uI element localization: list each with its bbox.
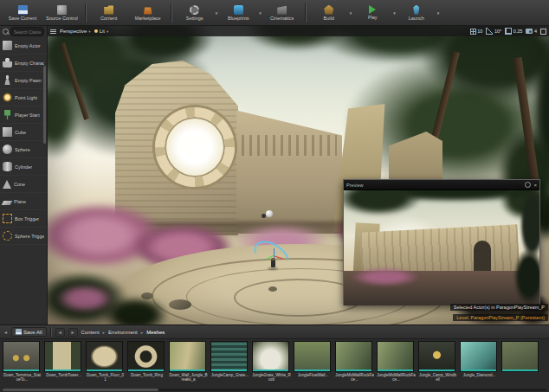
sphere-icon xyxy=(3,145,12,154)
place-actors-panel: Empty Actor Empty Character Empty Pawn P… xyxy=(0,26,48,325)
place-item-box-trigger[interactable]: Box Trigger xyxy=(0,210,47,228)
history-forward-button[interactable]: ► xyxy=(68,328,78,337)
toolbar-source-control-button[interactable]: Source Control xyxy=(42,0,81,26)
asset-thumbnail xyxy=(127,341,165,372)
place-item-empty-actor[interactable]: Empty Actor xyxy=(0,37,47,55)
lit-dropdown[interactable]: Lit ▾ xyxy=(94,29,109,34)
perspective-dropdown[interactable]: Perspective ▾ xyxy=(60,29,91,34)
asset-tile[interactable]: Down_Terminus_StatueTo... xyxy=(3,341,42,389)
chevron-down-icon[interactable]: ▾ xyxy=(349,10,353,16)
toolbar-blueprints-button[interactable]: Blueprints xyxy=(219,0,257,26)
level-viewport[interactable]: Perspective ▾ Lit ▾ 10 10° 0.25 xyxy=(48,26,549,325)
asset-type-stripe xyxy=(45,370,81,371)
search-icon xyxy=(3,29,9,35)
asset-tile[interactable]: Down_Tomb_Floor_01 xyxy=(86,341,125,389)
asset-thumbnail xyxy=(252,341,289,372)
scale-snap-control[interactable]: 0.25 xyxy=(505,28,522,35)
viewport-options-menu-icon[interactable] xyxy=(50,29,56,34)
toolbar-play-button[interactable]: Play xyxy=(353,0,391,26)
cube-icon xyxy=(3,127,12,137)
move-snap-control[interactable]: 10 xyxy=(470,29,483,35)
camera-speed-control[interactable]: 4 xyxy=(526,29,537,34)
toolbar-marketplace-button[interactable]: Marketplace xyxy=(129,0,167,26)
asset-type-stripe xyxy=(502,370,538,371)
place-item-sphere[interactable]: Sphere xyxy=(0,141,47,158)
asset-tile[interactable]: JungleMidWallRockFace... xyxy=(335,341,374,389)
content-browser-nav: ◄ Save All ◄ ► Content ▸ Environment ▸ M… xyxy=(0,325,549,339)
breadcrumb-meshes[interactable]: Meshes xyxy=(146,330,165,335)
history-back-button[interactable]: ◄ xyxy=(55,328,65,337)
place-item-empty-character[interactable]: Empty Character xyxy=(0,55,47,72)
asset-type-stripe xyxy=(294,370,330,371)
toolbar-build-button[interactable]: Build xyxy=(310,0,348,26)
toolbar-save-current-button[interactable]: Save Current xyxy=(3,0,42,26)
rotation-snap-control[interactable]: 10° xyxy=(486,28,501,35)
empty-pawn-icon xyxy=(3,75,12,85)
place-item-cone[interactable]: Cone xyxy=(0,176,47,193)
toolbar-launch-button[interactable]: Launch xyxy=(397,0,436,26)
asset-type-stripe xyxy=(378,370,413,371)
asset-tile[interactable]: Jungle_Diamond... xyxy=(460,341,499,389)
toolbar-cinematics-button[interactable]: Cinematics xyxy=(263,0,301,26)
box-trigger-icon xyxy=(3,214,12,223)
place-item-plane[interactable]: Plane xyxy=(0,193,47,210)
marketplace-icon xyxy=(143,5,152,15)
viewport-toolbar: Perspective ▾ Lit ▾ 10 10° 0.25 xyxy=(48,26,549,36)
asset-thumbnail xyxy=(210,341,248,372)
asset-tile[interactable]: Down_Wall_Jungle_Breaks_a xyxy=(169,341,208,389)
asset-tile[interactable]: Down_TombTower... xyxy=(44,341,83,389)
toolbar-content-button[interactable]: Content xyxy=(90,0,128,26)
toolbar-separator xyxy=(305,3,307,22)
asset-tile[interactable]: JungleGrate_White_Rock xyxy=(252,341,291,389)
asset-thumbnail xyxy=(335,341,372,372)
place-actors-search-row xyxy=(0,26,47,37)
asset-thumbnail xyxy=(418,341,455,372)
main-toolbar: Save Current Source Control Content Mark… xyxy=(0,0,549,26)
preview-title: Preview xyxy=(346,183,364,188)
scrollbar-thumb[interactable] xyxy=(3,389,158,391)
asset-type-stripe xyxy=(170,370,205,371)
angle-snap-icon xyxy=(486,28,493,35)
asset-thumbnail xyxy=(294,341,331,372)
asset-tile[interactable]: JungleMidWallRockFace... xyxy=(377,341,416,389)
asset-tile[interactable] xyxy=(501,341,540,389)
chevron-down-icon[interactable]: ▾ xyxy=(392,10,397,16)
breadcrumb-separator-icon: ▸ xyxy=(141,330,144,335)
asset-tile[interactable]: Jungle_Camp_Windbell xyxy=(418,341,457,389)
place-item-player-start[interactable]: Player Start xyxy=(0,106,47,124)
place-item-sphere-trigger[interactable]: Sphere Trigger xyxy=(0,228,47,245)
toolbar-settings-button[interactable]: Settings xyxy=(176,0,214,26)
content-browser-scrollbar[interactable] xyxy=(3,389,546,391)
chevron-down-icon: ▾ xyxy=(107,29,108,34)
breadcrumb-content[interactable]: Content xyxy=(81,330,100,335)
build-icon xyxy=(324,5,333,15)
asset-tile[interactable]: JungleFloatWall... xyxy=(294,341,333,389)
asset-tile[interactable]: JungleCamp_Grate... xyxy=(210,341,249,389)
camera-icon xyxy=(526,29,533,34)
plane-icon xyxy=(2,201,13,205)
place-item-point-light[interactable]: Point Light xyxy=(0,89,47,106)
asset-type-stripe xyxy=(336,370,371,371)
place-item-cube[interactable]: Cube xyxy=(0,124,47,141)
place-item-empty-pawn[interactable]: Empty Pawn xyxy=(0,72,47,89)
place-item-cylinder[interactable]: Cylinder xyxy=(0,158,47,176)
chevron-down-icon[interactable]: ▾ xyxy=(436,10,441,16)
dock-collapse-icon[interactable]: ◄ xyxy=(3,330,8,335)
chevron-down-icon[interactable]: ▾ xyxy=(215,10,219,16)
save-all-button[interactable]: Save All xyxy=(11,327,47,337)
pin-icon[interactable] xyxy=(525,182,531,188)
breadcrumb-environment[interactable]: Environment xyxy=(108,330,138,335)
search-classes-input[interactable] xyxy=(10,27,44,36)
preview-scene xyxy=(344,190,539,305)
asset-type-stripe xyxy=(128,370,164,371)
camera-preview-window[interactable]: Preview × xyxy=(343,179,540,305)
preview-title-bar[interactable]: Preview × xyxy=(344,180,539,190)
asset-tile[interactable]: Down_Tomb_Ring xyxy=(127,341,166,389)
launch-rocket-icon xyxy=(411,5,421,15)
point-light-icon xyxy=(3,93,12,102)
chevron-down-icon[interactable]: ▾ xyxy=(258,10,262,16)
close-icon[interactable]: × xyxy=(533,183,537,188)
maximize-viewport-icon[interactable] xyxy=(540,29,546,35)
place-panel-scrollbar[interactable] xyxy=(43,66,46,144)
empty-actor-icon xyxy=(3,41,12,50)
